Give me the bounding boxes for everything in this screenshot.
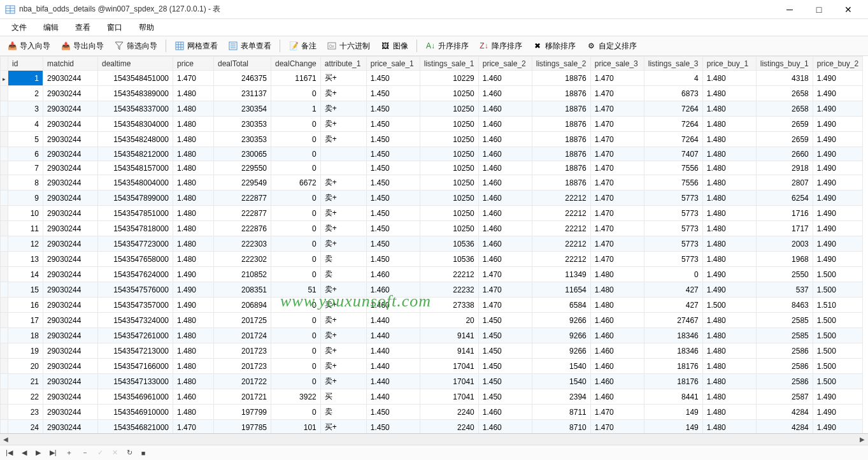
menu-view[interactable]: 查看 [68, 20, 98, 35]
nav-first[interactable]: |◀ [4, 447, 15, 458]
cell-price[interactable]: 1.480 [173, 252, 214, 267]
row-indicator[interactable] [1, 132, 8, 147]
cell-price_buy_2[interactable]: 1.490 [813, 252, 862, 267]
table-row[interactable]: 12903024415435484510001.47024637511671买+… [1, 71, 863, 86]
cell-id[interactable]: 17 [8, 313, 43, 328]
cell-listings_sale_2[interactable]: 18876 [532, 175, 590, 190]
cell-matchid[interactable]: 29030244 [43, 236, 98, 252]
table-row[interactable]: 102903024415435478510001.4802228770卖+1.4… [1, 206, 863, 221]
cell-price_sale_3[interactable]: 1.470 [590, 405, 644, 420]
cell-price_sale_2[interactable]: 1.460 [478, 161, 532, 175]
cell-listings_sale_1[interactable]: 10250 [420, 132, 478, 147]
cell-id[interactable]: 22 [8, 389, 43, 405]
cell-price_sale_3[interactable]: 1.470 [590, 221, 644, 236]
cell-price_sale_3[interactable]: 1.470 [590, 147, 644, 161]
cell-id[interactable]: 1 [8, 71, 43, 86]
cell-matchid[interactable]: 29030244 [43, 298, 98, 313]
cell-listings_sale_2[interactable]: 1540 [532, 374, 590, 389]
minimize-button[interactable]: ─ [775, 0, 804, 19]
cell-listings_buy_1[interactable]: 2658 [756, 86, 813, 101]
table-row[interactable]: 112903024415435478180001.4802228760卖+1.4… [1, 221, 863, 236]
cell-dealtime[interactable]: 1543548304000 [98, 117, 173, 132]
import-wizard-button[interactable]: 📥导入向导 [3, 38, 55, 54]
cell-listings_buy_1[interactable]: 2807 [756, 175, 813, 190]
cell-price_sale_3[interactable]: 1.480 [590, 298, 644, 313]
cell-matchid[interactable]: 29030244 [43, 328, 98, 343]
cell-price_buy_1[interactable]: 1.480 [702, 359, 756, 374]
cell-dealTotal[interactable]: 201724 [214, 328, 271, 343]
cell-price_buy_2[interactable]: 1.500 [813, 374, 862, 389]
cell-price_buy_1[interactable]: 1.480 [702, 190, 756, 206]
cell-price_sale_1[interactable]: 1.460 [366, 282, 420, 298]
cell-dealtime[interactable]: 1543548389000 [98, 86, 173, 101]
cell-price_sale_3[interactable]: 1.470 [590, 86, 644, 101]
cell-listings_sale_2[interactable]: 9266 [532, 328, 590, 343]
cell-dealTotal[interactable]: 230065 [214, 147, 271, 161]
cell-dealChange[interactable]: 0 [271, 236, 321, 252]
export-wizard-button[interactable]: 📤导出向导 [56, 38, 108, 54]
remove-sort-button[interactable]: ✖移除排序 [528, 38, 580, 54]
cell-listings_sale_2[interactable]: 1540 [532, 359, 590, 374]
row-indicator[interactable] [1, 252, 8, 267]
cell-price[interactable]: 1.490 [173, 298, 214, 313]
cell-price_buy_1[interactable]: 1.480 [702, 313, 756, 328]
cell-id[interactable]: 24 [8, 420, 43, 434]
row-indicator[interactable] [1, 313, 8, 328]
cell-price_sale_2[interactable]: 1.450 [478, 359, 532, 374]
cell-id[interactable]: 7 [8, 161, 43, 175]
row-indicator[interactable] [1, 359, 8, 374]
cell-id[interactable]: 16 [8, 298, 43, 313]
cell-matchid[interactable]: 29030244 [43, 101, 98, 117]
cell-price_buy_1[interactable]: 1.480 [702, 132, 756, 147]
cell-matchid[interactable]: 29030244 [43, 420, 98, 434]
custom-sort-button[interactable]: ⚙自定义排序 [581, 38, 641, 54]
cell-id[interactable]: 21 [8, 374, 43, 389]
cell-listings_sale_3[interactable]: 0 [644, 267, 702, 282]
cell-price_sale_2[interactable]: 1.450 [478, 389, 532, 405]
cell-id[interactable]: 20 [8, 359, 43, 374]
cell-dealTotal[interactable]: 208351 [214, 282, 271, 298]
cell-dealChange[interactable]: 0 [271, 132, 321, 147]
col-header-price[interactable]: price [173, 57, 214, 71]
cell-price_sale_2[interactable]: 1.460 [478, 190, 532, 206]
cell-listings_sale_1[interactable]: 17041 [420, 359, 478, 374]
cell-dealTotal[interactable]: 230353 [214, 117, 271, 132]
cell-dealChange[interactable]: 0 [271, 267, 321, 282]
cell-price_buy_2[interactable]: 1.490 [813, 206, 862, 221]
cell-dealTotal[interactable]: 201723 [214, 343, 271, 359]
cell-attribute_1[interactable]: 买+ [320, 420, 366, 434]
cell-price_sale_1[interactable]: 1.440 [366, 389, 420, 405]
col-header-listings_buy_1[interactable]: listings_buy_1 [756, 57, 813, 71]
cell-listings_sale_3[interactable]: 18346 [644, 328, 702, 343]
cell-dealChange[interactable]: 0 [271, 221, 321, 236]
cell-dealChange[interactable]: 1 [271, 101, 321, 117]
cell-price[interactable]: 1.480 [173, 175, 214, 190]
cell-price_sale_3[interactable]: 1.470 [590, 161, 644, 175]
cell-price_sale_3[interactable]: 1.480 [590, 282, 644, 298]
cell-dealtime[interactable]: 1543547133000 [98, 374, 173, 389]
sort-desc-button[interactable]: Z↓降序排序 [474, 38, 527, 54]
cell-listings_sale_3[interactable]: 5773 [644, 206, 702, 221]
cell-price_sale_1[interactable]: 1.460 [366, 298, 420, 313]
cell-dealtime[interactable]: 1543546910000 [98, 405, 173, 420]
cell-listings_sale_3[interactable]: 18176 [644, 359, 702, 374]
cell-listings_sale_3[interactable]: 5773 [644, 190, 702, 206]
col-header-listings_sale_1[interactable]: listings_sale_1 [420, 57, 478, 71]
cell-price_sale_3[interactable]: 1.470 [590, 420, 644, 434]
cell-price[interactable]: 1.480 [173, 313, 214, 328]
cell-attribute_1[interactable]: 卖+ [320, 282, 366, 298]
cell-price_sale_2[interactable]: 1.460 [478, 132, 532, 147]
cell-price_sale_1[interactable]: 1.450 [366, 175, 420, 190]
cell-listings_sale_3[interactable]: 149 [644, 420, 702, 434]
table-row[interactable]: 232903024415435469100001.4801977990卖1.45… [1, 405, 863, 420]
cell-listings_sale_2[interactable]: 18876 [532, 132, 590, 147]
scroll-track[interactable] [11, 435, 857, 445]
cell-price_sale_3[interactable]: 1.470 [590, 175, 644, 190]
cell-dealtime[interactable]: 1543548337000 [98, 101, 173, 117]
cell-listings_buy_1[interactable]: 2586 [756, 374, 813, 389]
cell-listings_sale_3[interactable]: 7264 [644, 117, 702, 132]
cell-price_buy_1[interactable]: 1.490 [702, 282, 756, 298]
cell-price_sale_1[interactable]: 1.450 [366, 236, 420, 252]
nav-refresh[interactable]: ↻ [125, 447, 134, 458]
cell-price_buy_2[interactable]: 1.490 [813, 117, 862, 132]
